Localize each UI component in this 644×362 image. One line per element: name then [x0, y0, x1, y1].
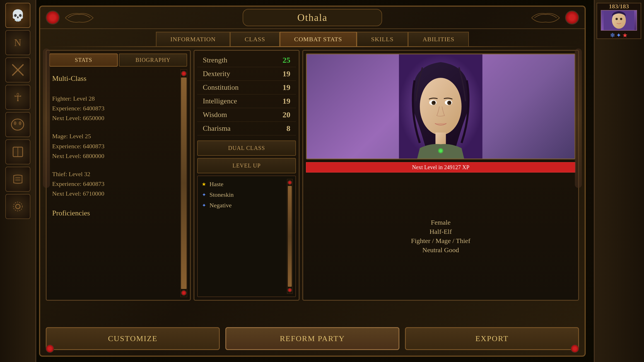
- wisdom-value: 20: [283, 110, 290, 119]
- ankh-icon: ☥: [14, 91, 22, 104]
- status-icon-1: ❄: [610, 32, 615, 39]
- charisma-value: 8: [286, 124, 290, 133]
- sidebar-btn-mask[interactable]: [5, 112, 30, 137]
- ability-charisma: Charisma 8: [197, 122, 296, 135]
- fighter-section: Fighter: Level 28 Experience: 6400873 Ne…: [52, 94, 178, 123]
- negative-icon: ✦: [201, 202, 207, 209]
- panel-tab-stats[interactable]: STATS: [49, 54, 118, 67]
- right-panel: Next Level in 249127 XP Female Half-Elf …: [302, 50, 579, 301]
- svg-point-13: [616, 18, 618, 20]
- bottom-gem-left: [46, 344, 54, 353]
- intelligence-label: Intelligence: [203, 97, 237, 105]
- main-panel: INFORMATION CLASS COMBAT STATS SKILLS AB…: [39, 6, 586, 357]
- char-gender: Female: [431, 219, 451, 226]
- title-ornament-right: [529, 9, 562, 26]
- constitution-value: 19: [283, 83, 290, 92]
- thief-next-level: Next Level: 6710000: [52, 189, 178, 198]
- middle-panel: Strength 25 Dexterity 19 Constitution 19…: [194, 50, 300, 301]
- svg-point-9: [16, 204, 20, 209]
- left-sidebar: 💀 N ☥: [0, 0, 36, 362]
- effects-panel: ★ Haste ✦ Stoneskin ✦ Negative: [197, 176, 296, 297]
- level-up-button[interactable]: LEVEL UP: [197, 158, 296, 173]
- customize-button[interactable]: CUSTOMIZE: [46, 327, 220, 350]
- export-button[interactable]: EXPORT: [405, 327, 579, 350]
- left-scrollbar[interactable]: [180, 69, 187, 297]
- svg-point-16: [420, 78, 462, 135]
- sidebar-btn-swords[interactable]: [5, 57, 30, 82]
- stoneskin-icon: ✦: [201, 191, 207, 198]
- mage-class-name: Mage: Level 25: [52, 131, 178, 141]
- ability-wisdom: Wisdom 20: [197, 108, 296, 122]
- tab-information[interactable]: INFORMATION: [156, 32, 230, 46]
- proficiencies-section: Proficiencies: [52, 207, 178, 220]
- bottom-gem-right: [571, 344, 579, 353]
- mage-experience: Experience: 6400873: [52, 141, 178, 151]
- character-portrait[interactable]: [306, 54, 575, 159]
- tabs-bar: INFORMATION CLASS COMBAT STATS SKILLS AB…: [40, 32, 585, 46]
- fighter-class-name: Fighter: Level 28: [52, 94, 178, 103]
- mask-icon: [10, 117, 25, 132]
- scrollbar-gem-bottom[interactable]: [181, 290, 187, 296]
- dual-class-button[interactable]: DUAL CLASS: [197, 140, 296, 156]
- panel-tab-biography[interactable]: BIOGRAPHY: [119, 54, 187, 67]
- mini-portrait-svg: [604, 11, 634, 30]
- effect-stoneskin: ✦ Stoneskin: [201, 189, 287, 200]
- panel-tabs: STATS BIOGRAPHY: [49, 54, 187, 67]
- svg-point-10: [13, 202, 22, 211]
- title-ornament-left: [62, 9, 96, 26]
- ability-strength: Strength 25: [197, 54, 296, 67]
- next-level-text: Next Level in 249127 XP: [412, 164, 469, 170]
- title-gem-right: [565, 11, 579, 25]
- right-border-ornament: [575, 48, 582, 188]
- constitution-label: Constitution: [203, 83, 239, 92]
- dexterity-value: 19: [283, 69, 290, 78]
- wisdom-label: Wisdom: [203, 111, 227, 119]
- character-name-input[interactable]: [243, 9, 382, 26]
- ability-intelligence: Intelligence 19: [197, 94, 296, 108]
- hp-display: 183/183 ❄ ✦ ★: [597, 3, 641, 39]
- stats-content: Multi-Class Fighter: Level 28 Experience…: [49, 69, 180, 297]
- sidebar-btn-scroll[interactable]: [5, 167, 30, 192]
- sidebar-btn-gear[interactable]: [5, 194, 30, 219]
- scrollbar-gem-top[interactable]: [181, 71, 187, 76]
- swords-icon: [11, 63, 25, 77]
- svg-point-4: [19, 121, 21, 125]
- effects-scrollbar-thumb[interactable]: [288, 186, 292, 287]
- effects-scrollbar-gem-bottom[interactable]: [288, 288, 292, 292]
- ability-scores-section: Strength 25 Dexterity 19 Constitution 19…: [197, 54, 296, 135]
- effects-list: ★ Haste ✦ Stoneskin ✦ Negative: [201, 179, 287, 294]
- hp-text: 183/183: [609, 3, 629, 10]
- divider-line: [46, 46, 579, 47]
- scroll-icon: [11, 172, 25, 186]
- title-bar: [40, 7, 585, 29]
- char-alignment: Neutral Good: [422, 246, 459, 254]
- negative-label: Negative: [209, 202, 231, 209]
- svg-point-22: [449, 101, 451, 103]
- char-race: Half-Elf: [430, 228, 452, 235]
- tab-skills[interactable]: SKILLS: [357, 32, 408, 46]
- sidebar-btn-book[interactable]: [5, 139, 30, 164]
- sidebar-btn-ankh[interactable]: ☥: [5, 85, 30, 110]
- tab-class[interactable]: CLASS: [230, 32, 279, 46]
- scrollbar-thumb[interactable]: [181, 77, 187, 289]
- skull-icon: 💀: [11, 9, 25, 22]
- thief-section: Thief: Level 32 Experience: 6400873 Next…: [52, 169, 178, 199]
- reform-party-button[interactable]: REFORM PARTY: [225, 327, 399, 350]
- right-sidebar: 183/183 ❄ ✦ ★: [594, 0, 644, 362]
- next-level-badge: Next Level in 249127 XP: [306, 162, 575, 173]
- stoneskin-label: Stoneskin: [209, 191, 234, 198]
- compass-icon: N: [14, 37, 21, 48]
- sidebar-btn-skull[interactable]: 💀: [5, 3, 30, 28]
- strength-value: 25: [283, 56, 290, 65]
- multiclass-header: Multi-Class: [52, 72, 178, 85]
- tab-abilities[interactable]: ABILITIES: [408, 32, 469, 46]
- mage-next-level: Next Level: 6800000: [52, 151, 178, 161]
- sidebar-btn-compass[interactable]: N: [5, 30, 30, 55]
- svg-point-2: [11, 119, 24, 130]
- effects-scrollbar-gem-top[interactable]: [288, 180, 292, 185]
- left-panel: STATS BIOGRAPHY Multi-Class Fighter: Lev…: [46, 50, 191, 301]
- effects-scrollbar[interactable]: [287, 179, 293, 294]
- gear-icon: [11, 200, 25, 213]
- tab-combat-stats[interactable]: COMBAT STATS: [280, 32, 357, 46]
- dexterity-label: Dexterity: [203, 70, 230, 78]
